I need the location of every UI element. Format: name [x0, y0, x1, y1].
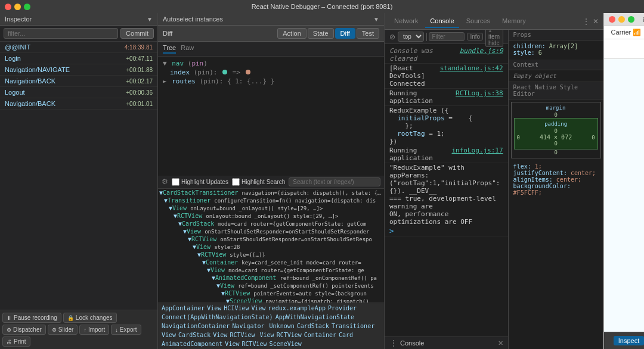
dom-node[interactable]: ▼Container key=card_scene_init mode=card…: [158, 258, 384, 266]
more-options-icon[interactable]: ⋮: [582, 17, 590, 26]
console-bottom-label: Console: [400, 339, 424, 347]
import-icon: ↑: [83, 327, 86, 333]
list-item[interactable]: @@INIT 4:18:39.81: [0, 42, 157, 53]
console-link[interactable]: standalone.js:42: [440, 64, 503, 88]
list-item[interactable]: Login +00:47.11: [0, 53, 157, 64]
print-button[interactable]: 🖨 Print: [2, 336, 30, 347]
dom-node[interactable]: ▼SceneView navigation={dispatch: dispatc…: [158, 297, 384, 303]
print-icon: 🖨: [7, 339, 12, 345]
minimize-button[interactable]: [14, 4, 21, 10]
tab-action[interactable]: Action: [277, 28, 306, 39]
highlight-updates-input[interactable]: [172, 178, 179, 186]
tab-test[interactable]: Test: [357, 28, 379, 39]
console-link[interactable]: infoLog.js:17: [452, 147, 503, 162]
breadcrumb-item[interactable]: View: [162, 332, 176, 338]
dom-node[interactable]: ▼View ref=bound _setComponentRef() point…: [158, 282, 384, 289]
breadcrumb-item[interactable]: Container: [304, 332, 336, 338]
list-item[interactable]: Navigation/NAVIGATE +00:01.88: [0, 64, 157, 76]
tree-node[interactable]: ▼ nav (pin): [158, 59, 384, 68]
dom-node[interactable]: ▼View onLayout=bound _onLayout() style=[…: [158, 204, 384, 212]
breadcrumb-item[interactable]: View: [252, 305, 266, 311]
export-button[interactable]: ↓ Export: [111, 325, 141, 335]
console-filter-input[interactable]: [429, 32, 465, 41]
iphone-minimize-button[interactable]: [618, 16, 625, 23]
breadcrumb-item[interactable]: Connect(AppWithNavigationState): [162, 314, 273, 320]
maximize-button[interactable]: [24, 4, 30, 10]
dom-node[interactable]: ▼RCTView onLayout=bound _onLayout() styl…: [158, 212, 384, 220]
lock-changes-button[interactable]: 🔒 Lock changes: [63, 313, 117, 323]
breadcrumb-item[interactable]: Navigator: [232, 323, 264, 329]
breadcrumb-item[interactable]: AppWithNavigationState: [275, 314, 354, 320]
dom-node[interactable]: ▼View onStartShouldSetResponder=onStartS…: [158, 228, 384, 235]
breadcrumb-item[interactable]: redux.exampleApp: [268, 305, 326, 311]
console-dots-icon[interactable]: ⋮: [389, 338, 398, 348]
breadcrumb-item[interactable]: CardStack: [297, 323, 329, 329]
tab-state[interactable]: State: [308, 28, 334, 39]
breadcrumb-item[interactable]: SceneView: [270, 341, 302, 347]
dom-node[interactable]: ▼RCTView pointerEvents=auto style={backg…: [158, 289, 384, 297]
list-item[interactable]: Logout +00:00.36: [0, 87, 157, 98]
top-select[interactable]: top: [398, 32, 424, 42]
dom-node[interactable]: ▼RCTView style={[…]}: [158, 251, 384, 258]
dom-node[interactable]: ▼RCTView onStartShouldSetResponder=onSta…: [158, 235, 384, 243]
iphone-close-button[interactable]: [609, 16, 615, 23]
dom-node[interactable]: ▼AnimatedComponent ref=bound _onComponen…: [158, 274, 384, 282]
breadcrumb-item[interactable]: CardStack: [178, 332, 210, 338]
breadcrumb-item[interactable]: Transitioner: [332, 323, 374, 329]
dom-node[interactable]: ▼View style=28: [158, 243, 384, 251]
slider-button[interactable]: ⚙ Slider: [48, 325, 78, 335]
list-item[interactable]: Navigation/BACK +00:02.17: [0, 76, 157, 87]
pause-recording-button[interactable]: ⏸ Pause recording: [2, 313, 61, 323]
breadcrumb-item[interactable]: Card: [339, 332, 353, 338]
dom-node[interactable]: ▼View mode=card router={getComponentForS…: [158, 266, 384, 274]
breadcrumb-item[interactable]: RCTView: [242, 341, 267, 347]
tab-inspect[interactable]: Inspect: [614, 336, 644, 345]
breadcrumb-item[interactable]: Provider: [328, 305, 357, 311]
dom-node[interactable]: ▼CardStack mode=card router={getComponen…: [158, 220, 384, 228]
highlight-updates-checkbox[interactable]: Highlight Updates: [172, 178, 228, 186]
tab-tree[interactable]: Tree: [163, 44, 176, 54]
console-link[interactable]: bundle.js:9: [460, 47, 503, 63]
breadcrumb-item[interactable]: RCTView: [230, 332, 255, 338]
breadcrumb-item[interactable]: View: [260, 332, 274, 338]
highlight-search-input[interactable]: [232, 178, 240, 186]
style-line: flex: 1;: [513, 163, 599, 170]
console-link[interactable]: RCTLog.js:38: [456, 89, 503, 105]
breadcrumb-item[interactable]: RCTView: [277, 332, 302, 338]
settings-icon[interactable]: ⚙: [162, 177, 168, 186]
iphone-maximize-button[interactable]: [628, 16, 634, 23]
dom-search-input[interactable]: [289, 177, 380, 186]
tab-memory[interactable]: Memory: [497, 15, 531, 28]
list-item[interactable]: Navigation/BACK +00:01.01: [0, 98, 157, 110]
breadcrumb-item[interactable]: HCIView: [224, 305, 249, 311]
close-bottom-console-button[interactable]: ✕: [498, 339, 503, 347]
dom-node[interactable]: ▼CardStackTransitioner navigation={dispa…: [158, 189, 384, 197]
console-toolbar: ⊘ top Info 1 item hidc: [385, 30, 508, 44]
highlight-search-checkbox[interactable]: Highlight Search: [232, 178, 285, 186]
tab-raw[interactable]: Raw: [181, 44, 194, 54]
style-line: alignItems: center;: [513, 176, 599, 183]
breadcrumb-item[interactable]: View: [207, 305, 221, 311]
tab-network[interactable]: Network: [389, 15, 423, 28]
filter-input[interactable]: [4, 28, 118, 39]
inspector-arrow: ▼: [147, 16, 153, 23]
style-code: flex: 1; justifyContent: center; alignIt…: [509, 161, 603, 198]
tab-diff[interactable]: Diff: [335, 28, 355, 39]
tree-node[interactable]: ► routes (pin): { 1: {...} }: [158, 77, 384, 86]
close-console-button[interactable]: ✕: [593, 17, 599, 26]
inspector-controls: ⏸ Pause recording 🔒 Lock changes ⚙ Dispa…: [0, 310, 157, 349]
breadcrumb-item[interactable]: View: [213, 332, 227, 338]
dom-node[interactable]: ▼Transitioner configureTransition=fn() n…: [158, 197, 384, 204]
breadcrumb-item[interactable]: View: [225, 341, 239, 347]
breadcrumb-item[interactable]: NavigationContainer: [162, 323, 230, 329]
close-button[interactable]: [5, 4, 11, 10]
breadcrumb-item[interactable]: Unknown: [270, 323, 295, 329]
dispatcher-button[interactable]: ⚙ Dispatcher: [2, 325, 46, 335]
breadcrumb-item[interactable]: AnimatedComponent: [162, 341, 222, 347]
commit-button[interactable]: Commit: [120, 28, 154, 39]
tab-console[interactable]: Console: [425, 15, 459, 28]
breadcrumb-item[interactable]: AppContainer: [162, 305, 205, 311]
tree-node[interactable]: index (pin): =>: [158, 68, 384, 77]
import-button[interactable]: ↑ Import: [79, 325, 109, 335]
tab-sources[interactable]: Sources: [462, 15, 495, 28]
